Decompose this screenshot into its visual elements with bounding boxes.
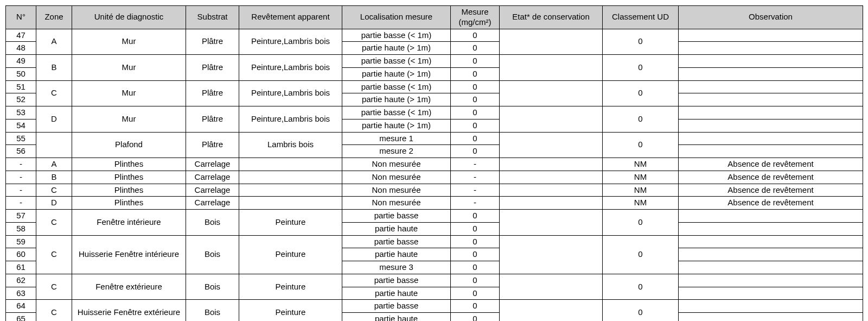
cell: 53 bbox=[6, 106, 36, 119]
cell: D bbox=[36, 106, 72, 133]
table-row: 57CFenêtre intérieureBoisPeinturepartie … bbox=[6, 210, 863, 223]
cell bbox=[500, 80, 603, 106]
cell: partie haute bbox=[342, 313, 451, 322]
cell: C bbox=[36, 235, 72, 274]
cell: A bbox=[36, 29, 72, 55]
col-substrat: Substrat bbox=[186, 6, 239, 29]
cell bbox=[500, 274, 603, 300]
cell: 0 bbox=[451, 132, 500, 145]
cell: - bbox=[451, 158, 500, 171]
cell: 0 bbox=[451, 67, 500, 80]
cell: Peinture,Lambris bois bbox=[239, 80, 342, 106]
cell: Bois bbox=[186, 210, 239, 236]
cell bbox=[679, 42, 863, 55]
cell: - bbox=[6, 197, 36, 210]
cell: NM bbox=[603, 184, 679, 197]
col-mesure: Mesure (mg/cm²) bbox=[451, 6, 500, 29]
cell: 47 bbox=[6, 29, 36, 42]
cell: 48 bbox=[6, 42, 36, 55]
cell: 0 bbox=[451, 145, 500, 158]
cell: 0 bbox=[451, 93, 500, 106]
table-row: 62CFenêtre extérieureBoisPeinturepartie … bbox=[6, 274, 863, 287]
col-localisation: Localisation mesure bbox=[342, 6, 451, 29]
cell bbox=[679, 313, 863, 322]
cell: Plâtre bbox=[186, 55, 239, 81]
cell bbox=[239, 171, 342, 184]
cell: Non mesurée bbox=[342, 184, 451, 197]
cell: Mur bbox=[72, 80, 186, 106]
cell: Peinture,Lambris bois bbox=[239, 106, 342, 133]
cell: partie basse bbox=[342, 274, 451, 287]
cell bbox=[500, 158, 603, 171]
cell bbox=[679, 80, 863, 93]
cell: Bois bbox=[186, 274, 239, 300]
cell: 0 bbox=[603, 300, 679, 321]
cell: 58 bbox=[6, 222, 36, 235]
cell: Bois bbox=[186, 300, 239, 321]
cell: C bbox=[36, 274, 72, 300]
cell: NM bbox=[603, 171, 679, 184]
cell: 0 bbox=[451, 80, 500, 93]
table-row: -BPlinthesCarrelageNon mesurée-NMAbsence… bbox=[6, 171, 863, 184]
cell: B bbox=[36, 55, 72, 81]
cell: 0 bbox=[451, 119, 500, 132]
cell: Fenêtre extérieure bbox=[72, 274, 186, 300]
cell: 56 bbox=[6, 145, 36, 158]
cell: NM bbox=[603, 197, 679, 210]
col-num: N° bbox=[6, 6, 36, 29]
cell: 0 bbox=[603, 235, 679, 274]
cell: Non mesurée bbox=[342, 158, 451, 171]
cell: - bbox=[6, 171, 36, 184]
cell bbox=[500, 132, 603, 158]
cell: Absence de revêtement bbox=[679, 158, 863, 171]
cell: partie haute bbox=[342, 287, 451, 300]
cell: Huisserie Fenêtre intérieure bbox=[72, 235, 186, 274]
cell: C bbox=[36, 210, 72, 236]
cell: 0 bbox=[451, 300, 500, 313]
col-observation: Observation bbox=[679, 6, 863, 29]
cell: Peinture,Lambris bois bbox=[239, 29, 342, 55]
cell: - bbox=[451, 171, 500, 184]
cell: partie basse bbox=[342, 235, 451, 248]
cell: mesure 3 bbox=[342, 261, 451, 274]
cell: - bbox=[451, 184, 500, 197]
cell bbox=[679, 55, 863, 68]
col-zone: Zone bbox=[36, 6, 72, 29]
cell: Peinture bbox=[239, 300, 342, 321]
cell: C bbox=[36, 80, 72, 106]
cell bbox=[500, 210, 603, 236]
cell bbox=[679, 235, 863, 248]
cell: 0 bbox=[451, 210, 500, 223]
cell bbox=[679, 29, 863, 42]
table-row: 64CHuisserie Fenêtre extérieureBoisPeint… bbox=[6, 300, 863, 313]
cell: Plafond bbox=[72, 132, 186, 158]
cell: Carrelage bbox=[186, 184, 239, 197]
cell: partie basse bbox=[342, 210, 451, 223]
cell: C bbox=[36, 184, 72, 197]
cell: partie haute bbox=[342, 248, 451, 261]
cell: Plâtre bbox=[186, 80, 239, 106]
cell: 57 bbox=[6, 210, 36, 223]
table-header-row: N° Zone Unité de diagnostic Substrat Rev… bbox=[6, 6, 863, 29]
cell bbox=[500, 171, 603, 184]
cell bbox=[679, 222, 863, 235]
cell: Absence de revêtement bbox=[679, 197, 863, 210]
col-classement: Classement UD bbox=[603, 6, 679, 29]
cell: 0 bbox=[603, 55, 679, 81]
cell: Carrelage bbox=[186, 158, 239, 171]
cell bbox=[500, 235, 603, 274]
cell: Non mesurée bbox=[342, 197, 451, 210]
cell bbox=[239, 184, 342, 197]
cell: Huisserie Fenêtre extérieure bbox=[72, 300, 186, 321]
cell: 0 bbox=[603, 132, 679, 158]
cell: 0 bbox=[451, 106, 500, 119]
cell bbox=[500, 29, 603, 55]
cell: Plâtre bbox=[186, 106, 239, 133]
table-row: 55PlafondPlâtreLambris boismesure 100 bbox=[6, 132, 863, 145]
cell: 60 bbox=[6, 248, 36, 261]
cell: C bbox=[36, 300, 72, 321]
cell bbox=[679, 106, 863, 119]
cell: partie basse (< 1m) bbox=[342, 80, 451, 93]
table-row: -CPlinthesCarrelageNon mesurée-NMAbsence… bbox=[6, 184, 863, 197]
cell: Peinture bbox=[239, 274, 342, 300]
